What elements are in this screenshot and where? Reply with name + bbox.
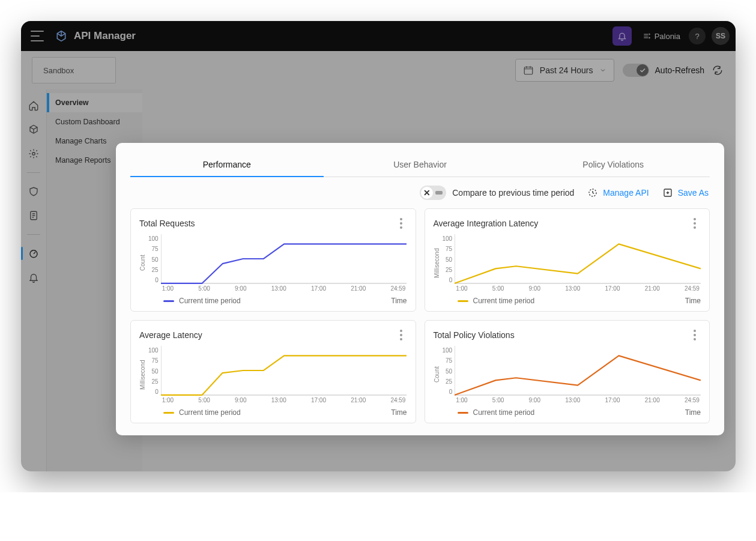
user-avatar[interactable]: SS xyxy=(712,27,730,45)
chart-plot: 1:005:009:0013:0017:0021:0024:59 xyxy=(161,234,407,292)
y-axis-ticks: 1007550250 xyxy=(443,346,453,403)
y-axis-label: Millisecond xyxy=(434,234,440,292)
chart-legend: Current time period xyxy=(163,408,241,417)
help-button[interactable]: ? xyxy=(689,28,706,44)
rail-report-icon[interactable] xyxy=(26,208,41,223)
chevron-down-icon xyxy=(599,67,606,74)
y-axis-ticks: 1007550250 xyxy=(148,234,159,292)
refresh-button[interactable] xyxy=(710,63,725,77)
autorefresh-toggle[interactable] xyxy=(623,64,649,77)
time-range-label: Past 24 Hours xyxy=(540,65,593,75)
page-toolbar: Sandbox Past 24 Hours Auto-Refresh xyxy=(21,51,736,89)
chart-plot: 1:005:009:0013:0017:0021:0024:59 xyxy=(455,346,701,403)
save-plus-icon xyxy=(662,187,673,198)
x-axis-label: Time xyxy=(685,297,701,305)
manage-api-button[interactable]: Manage API xyxy=(587,187,649,198)
gear-dashed-icon xyxy=(587,187,598,198)
check-icon xyxy=(639,67,646,74)
chart-title: Average Integration Latency xyxy=(434,219,539,228)
app-window: API Manager Palonia ? SS Sandbox Past 24… xyxy=(21,21,736,471)
chart-menu-button[interactable] xyxy=(689,216,701,231)
chart-legend: Current time period xyxy=(163,297,241,305)
rail-home-icon[interactable] xyxy=(26,98,41,113)
rail-cube-icon[interactable] xyxy=(26,122,41,138)
svg-point-1 xyxy=(32,153,35,156)
org-switcher[interactable]: Palonia xyxy=(643,32,680,41)
y-axis-label: Millisecond xyxy=(139,346,146,403)
time-range-select[interactable]: Past 24 Hours xyxy=(515,59,614,82)
x-axis-ticks: 1:005:009:0013:0017:0021:0024:59 xyxy=(161,285,407,292)
save-as-button[interactable]: Save As xyxy=(662,187,709,198)
dashboard-panel: Performance User Behavior Policy Violati… xyxy=(116,143,724,435)
calendar-icon xyxy=(523,65,534,76)
compare-toggle[interactable]: ✕ xyxy=(420,186,446,200)
close-icon: ✕ xyxy=(421,187,433,199)
y-axis-ticks: 1007550250 xyxy=(148,346,159,403)
autorefresh-label: Auto-Refresh xyxy=(655,65,704,75)
org-icon xyxy=(643,32,651,40)
x-axis-ticks: 1:005:009:0013:0017:0021:0024:59 xyxy=(455,285,701,292)
chart-card: Average LatencyMillisecond10075502501:00… xyxy=(130,320,416,423)
chart-menu-button[interactable] xyxy=(689,328,701,342)
panel-tabs: Performance User Behavior Policy Violati… xyxy=(130,154,710,177)
notifications-button[interactable] xyxy=(612,26,632,46)
app-title: API Manager xyxy=(74,30,136,42)
chart-title: Total Policy Violations xyxy=(434,330,515,340)
tab-performance[interactable]: Performance xyxy=(130,154,324,177)
chart-legend: Current time period xyxy=(458,408,535,417)
x-axis-label: Time xyxy=(391,408,407,417)
y-axis-label: Count xyxy=(434,346,440,403)
brand-logo-icon xyxy=(55,29,68,43)
x-axis-ticks: 1:005:009:0013:0017:0021:0024:59 xyxy=(161,397,407,403)
nav-rail xyxy=(21,89,46,471)
subnav-custom-dashboard[interactable]: Custom Dashboard xyxy=(47,112,142,131)
y-axis-ticks: 1007550250 xyxy=(443,234,453,292)
y-axis-label: Count xyxy=(139,234,146,292)
chart-card: Total Policy ViolationsCount10075502501:… xyxy=(425,320,710,423)
rail-bell-icon[interactable] xyxy=(26,270,41,285)
chart-plot: 1:005:009:0013:0017:0021:0024:59 xyxy=(161,346,407,403)
menu-icon[interactable] xyxy=(31,31,44,41)
svg-rect-0 xyxy=(524,67,533,74)
chart-card: Average Integration LatencyMillisecond10… xyxy=(425,208,710,312)
subnav-overview[interactable]: Overview xyxy=(47,93,142,112)
tab-policy-violations[interactable]: Policy Violations xyxy=(516,154,710,177)
rail-gear-icon[interactable] xyxy=(26,146,41,162)
x-axis-label: Time xyxy=(685,408,701,417)
chart-menu-button[interactable] xyxy=(395,328,407,342)
environment-chip[interactable]: Sandbox xyxy=(32,57,116,83)
tab-user-behavior[interactable]: User Behavior xyxy=(324,154,517,177)
compare-group: ✕ Compare to previous time period xyxy=(420,186,574,200)
chart-legend: Current time period xyxy=(458,297,535,305)
org-name: Palonia xyxy=(655,32,680,41)
compare-label: Compare to previous time period xyxy=(452,188,574,198)
chart-title: Average Latency xyxy=(139,330,202,340)
x-axis-label: Time xyxy=(391,297,407,305)
rail-shield-icon[interactable] xyxy=(26,184,41,199)
chart-plot: 1:005:009:0013:0017:0021:0024:59 xyxy=(455,234,701,292)
autorefresh-group: Auto-Refresh xyxy=(623,63,725,77)
topbar: API Manager Palonia ? SS xyxy=(21,21,736,51)
chart-card: Total RequestsCount10075502501:005:009:0… xyxy=(130,208,416,312)
x-axis-ticks: 1:005:009:0013:0017:0021:0024:59 xyxy=(455,397,701,403)
panel-toolbar: ✕ Compare to previous time period Manage… xyxy=(130,183,710,208)
charts-grid: Total RequestsCount10075502501:005:009:0… xyxy=(130,208,710,423)
rail-dashboard-icon[interactable] xyxy=(26,246,41,261)
chart-menu-button[interactable] xyxy=(395,216,407,231)
chart-title: Total Requests xyxy=(139,219,195,228)
